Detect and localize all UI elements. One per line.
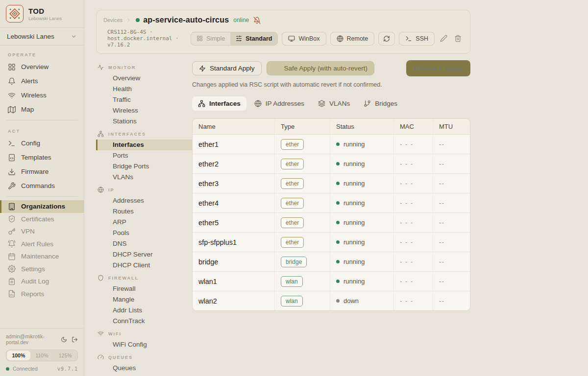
winbox-button[interactable]: WinBox — [282, 32, 326, 46]
table-row-wlan2[interactable]: wlan2wlandown- - --- — [193, 291, 470, 310]
device-nav-item-addr-lists[interactable]: Addr Lists — [96, 305, 192, 316]
action-button-label: SSH — [416, 35, 428, 42]
tab-interfaces[interactable]: Interfaces — [192, 96, 246, 111]
status-dot — [336, 280, 340, 283]
sidebar-item-overview[interactable]: Overview — [0, 60, 84, 74]
pencil-icon[interactable] — [440, 35, 447, 42]
monitor-icon — [288, 35, 295, 42]
device-nav-item-dhcp-client[interactable]: DHCP Client — [96, 260, 192, 271]
sidebar-item-maintenance[interactable]: Maintenance — [0, 250, 84, 263]
device-nav-item-ports[interactable]: Ports — [96, 150, 192, 161]
interface-mac: - - - — [393, 213, 433, 232]
sidebar-item-organizations[interactable]: Organizations — [0, 200, 84, 213]
trash-icon[interactable] — [454, 35, 462, 42]
device-nav-item-pools[interactable]: Pools — [96, 228, 192, 238]
table-row-ether4[interactable]: ether4etherrunning- - --- — [193, 193, 470, 213]
view-mode-simple[interactable]: Simple — [191, 32, 230, 45]
table-row-wlan1[interactable]: wlan1wlanrunning- - --- — [193, 272, 470, 291]
zoom-option-125[interactable]: 125% — [53, 351, 77, 360]
sidebar-item-config[interactable]: Config — [0, 136, 84, 150]
standard-apply-button[interactable]: Standard Apply — [192, 61, 262, 75]
sidebar-item-vpn[interactable]: VPN — [0, 225, 84, 238]
status-dot — [336, 260, 340, 263]
dark-mode-moon-icon[interactable] — [61, 336, 67, 343]
status-label: running — [343, 219, 365, 226]
device-nav-item-dhcp-server[interactable]: DHCP Server — [96, 249, 192, 260]
interface-mac: - - - — [393, 135, 433, 154]
user-email: admin@mikrotik-portal.dev — [6, 333, 56, 345]
status-label: running — [343, 278, 365, 285]
device-nav-item-traffic[interactable]: Traffic — [96, 94, 192, 105]
sidebar-item-audit-log[interactable]: Audit Log — [0, 275, 84, 288]
device-nav-item-vlans[interactable]: VLANs — [96, 172, 192, 183]
column-header-name: Name — [193, 119, 274, 134]
view-mode-standard[interactable]: Standard — [230, 32, 277, 45]
tab-bridges[interactable]: Bridges — [358, 96, 403, 111]
table-row-ether1[interactable]: ether1etherrunning- - --- — [193, 135, 470, 154]
sidebar-item-templates[interactable]: Templates — [0, 150, 84, 164]
device-nav-item-addresses[interactable]: Addresses — [96, 195, 192, 206]
device-nav-item-interfaces[interactable]: Interfaces — [96, 140, 192, 150]
table-row-ether3[interactable]: ether3etherrunning- - --- — [193, 174, 470, 193]
table-row-ether2[interactable]: ether2etherrunning- - --- — [193, 154, 470, 174]
device-nav-item-firewall[interactable]: Firewall — [96, 283, 192, 294]
device-nav-item-bridge-ports[interactable]: Bridge Ports — [96, 161, 192, 172]
sidebar-item-firmware[interactable]: Firmware — [0, 164, 84, 179]
interface-type-cell: ether — [274, 154, 330, 173]
apply-caption: Changes applied via RSC script with auto… — [192, 81, 470, 88]
interface-mtu: -- — [433, 154, 470, 173]
content-tabs: InterfacesIP AddressesVLANsBridges — [192, 96, 470, 111]
zoom-option-110[interactable]: 110% — [30, 351, 54, 360]
device-nav-item-mangle[interactable]: Mangle — [96, 294, 192, 305]
logout-icon[interactable] — [72, 336, 78, 343]
sidebar-item-alert-rules[interactable]: Alert Rules — [0, 238, 84, 251]
device-nav-item-wireless[interactable]: Wireless — [96, 105, 192, 116]
interface-status-cell: down — [330, 291, 393, 310]
breadcrumb[interactable]: Devices — [103, 17, 122, 23]
zoom-option-100[interactable]: 100% — [7, 351, 30, 360]
type-badge: ether — [281, 139, 304, 150]
status-label: running — [343, 160, 365, 167]
sidebar-item-map[interactable]: Map — [0, 102, 84, 117]
interface-name: wlan1 — [193, 272, 274, 291]
device-nav-item-arp[interactable]: ARP — [96, 217, 192, 228]
remote-button[interactable]: Remote — [330, 32, 375, 46]
refresh-button[interactable] — [378, 32, 395, 46]
shield-icon — [98, 275, 104, 281]
review-apply-button[interactable]: Review & Apply — [406, 60, 470, 76]
sidebar-item-settings[interactable]: Settings — [0, 263, 84, 276]
device-nav-item-health[interactable]: Health — [96, 84, 192, 94]
device-nav-item-wifi-config[interactable]: WiFi Config — [96, 339, 192, 350]
bell-off-icon[interactable] — [253, 17, 261, 24]
lightning-icon — [199, 65, 206, 72]
device-nav-item-routes[interactable]: Routes — [96, 206, 192, 217]
table-row-sfp-sfpplus1[interactable]: sfp-sfpplus1etherrunning- - --- — [193, 233, 470, 252]
table-row-bridge[interactable]: bridgebridgerunning- - --- — [193, 252, 470, 272]
tab-ip-addresses[interactable]: IP Addresses — [248, 96, 310, 111]
sidebar-item-label: Overview — [21, 63, 49, 70]
tab-label: VLANs — [329, 100, 350, 107]
org-selector[interactable]: Lebowski Lanes — [0, 28, 84, 46]
interfaces-table: NameTypeStatusMACMTU ether1etherrunning-… — [192, 118, 470, 311]
device-nav-item-overview[interactable]: Overview — [96, 73, 192, 84]
sidebar-item-commands[interactable]: Commands — [0, 179, 84, 193]
device-header-card: Devices ap-service-auto-circus online CR… — [96, 10, 470, 54]
table-row-ether5[interactable]: ether5etherrunning- - --- — [193, 213, 470, 233]
network-icon — [198, 100, 205, 107]
sidebar-item-alerts[interactable]: Alerts — [0, 74, 84, 88]
sidebar-item-reports[interactable]: Reports — [0, 288, 84, 301]
globe-icon — [254, 100, 262, 107]
sidebar-item-label: Templates — [21, 154, 51, 161]
tab-vlans[interactable]: VLANs — [312, 96, 356, 111]
ssh-button[interactable]: SSH — [399, 32, 435, 46]
device-nav-item-stations[interactable]: Stations — [96, 116, 192, 127]
sidebar-item-certificates[interactable]: Certificates — [0, 213, 84, 226]
safe-apply-button[interactable]: Safe Apply (with auto-revert) — [267, 61, 374, 75]
interface-mtu: -- — [433, 291, 470, 310]
device-nav-item-conntrack[interactable]: ConnTrack — [96, 316, 192, 327]
building-icon — [8, 203, 16, 211]
key-icon — [8, 228, 16, 235]
sidebar-item-wireless[interactable]: Wireless — [0, 88, 84, 102]
device-nav-item-queues[interactable]: Queues — [96, 363, 192, 374]
device-nav-item-dns[interactable]: DNS — [96, 238, 192, 249]
